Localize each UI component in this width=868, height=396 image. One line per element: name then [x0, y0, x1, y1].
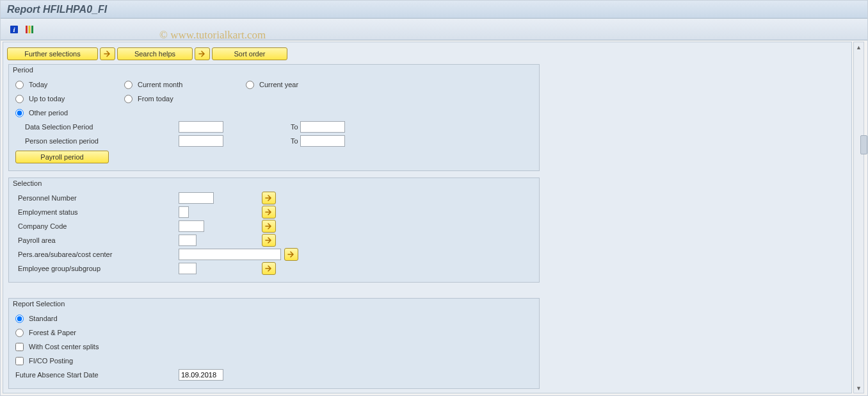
report-selection-group-label: Report Selection: [13, 300, 65, 308]
pers-area-multi-button[interactable]: [284, 248, 298, 261]
radio-up-to-today[interactable]: Up to today: [15, 95, 124, 103]
company-code-label: Company Code: [15, 222, 179, 230]
personnel-number-label: Personnel Number: [15, 194, 179, 202]
data-selection-period-label: Data Selection Period: [15, 123, 179, 131]
svg-rect-4: [31, 26, 33, 33]
checkbox-cc-splits[interactable]: With Cost center splits: [15, 343, 99, 351]
person-selection-period-to-input[interactable]: [300, 135, 345, 147]
arrow-right-icon: [264, 208, 273, 217]
sort-order-button[interactable]: Sort order: [212, 47, 287, 60]
pers-area-input[interactable]: [179, 249, 281, 260]
sort-order-label: Sort order: [234, 50, 266, 58]
payroll-period-label: Payroll period: [40, 153, 83, 161]
data-selection-period-to-input[interactable]: [300, 121, 345, 133]
employment-status-multi-button[interactable]: [262, 206, 276, 219]
arrow-right-icon: [198, 49, 207, 58]
scroll-grip[interactable]: [860, 135, 867, 154]
arrow-right-icon: [103, 49, 112, 58]
payroll-area-input[interactable]: [179, 235, 197, 246]
payroll-area-multi-button[interactable]: [262, 234, 276, 247]
search-helps-label: Search helps: [134, 50, 175, 58]
sort-order-arrow-button[interactable]: [195, 47, 210, 60]
future-absence-input[interactable]: [179, 369, 223, 381]
future-absence-label: Future Absence Start Date: [15, 371, 179, 379]
employee-group-label: Employee group/subgroup: [15, 265, 179, 272]
arrow-right-icon: [264, 222, 273, 231]
columns-icon[interactable]: [24, 24, 35, 35]
pers-area-label: Pers.area/subarea/cost center: [15, 251, 179, 258]
svg-rect-2: [26, 26, 28, 33]
selection-group-label: Selection: [13, 179, 42, 187]
period-group: Period Today Current month Current year …: [8, 64, 540, 171]
company-code-input[interactable]: [179, 220, 204, 232]
further-selections-label: Further selections: [24, 50, 80, 58]
radio-from-today[interactable]: From today: [124, 95, 246, 103]
action-button-row: Further selections Search helps Sort ord…: [3, 42, 851, 64]
radio-forest-paper[interactable]: Forest & Paper: [15, 329, 76, 337]
period-group-label: Period: [13, 66, 33, 74]
checkbox-fico-posting[interactable]: FI/CO Posting: [15, 357, 73, 365]
payroll-area-label: Payroll area: [15, 236, 179, 244]
info-icon[interactable]: i: [8, 24, 20, 35]
radio-other-period[interactable]: Other period: [15, 109, 124, 117]
report-selection-group: Report Selection Standard Forest & Paper…: [8, 298, 540, 389]
radio-standard[interactable]: Standard: [15, 315, 58, 323]
data-selection-period-from-input[interactable]: [179, 121, 223, 133]
scroll-down-button[interactable]: ▼: [854, 383, 864, 393]
payroll-period-button[interactable]: Payroll period: [15, 151, 109, 163]
personnel-number-input[interactable]: [179, 192, 214, 204]
arrow-right-icon: [264, 236, 273, 245]
employee-group-multi-button[interactable]: [262, 262, 276, 275]
employment-status-input[interactable]: [179, 206, 189, 218]
radio-current-year[interactable]: Current year: [246, 81, 355, 89]
to-label-2: To: [223, 137, 300, 145]
employee-group-input[interactable]: [179, 263, 197, 274]
arrow-right-icon: [264, 194, 273, 202]
to-label-1: To: [223, 123, 300, 131]
page-title: Report HFILHPA0_FI: [7, 4, 107, 15]
scroll-up-button[interactable]: ▲: [854, 42, 864, 52]
chevron-up-icon: ▲: [856, 44, 862, 51]
person-selection-period-label: Person selection period: [15, 137, 179, 145]
further-selections-button[interactable]: Further selections: [7, 47, 98, 60]
person-selection-period-from-input[interactable]: [179, 135, 223, 147]
svg-rect-3: [29, 26, 31, 33]
radio-current-month[interactable]: Current month: [124, 81, 246, 89]
title-bar: Report HFILHPA0_FI: [1, 1, 867, 19]
personnel-number-multi-button[interactable]: [262, 192, 276, 204]
content-area: Further selections Search helps Sort ord…: [3, 42, 852, 393]
company-code-multi-button[interactable]: [262, 220, 276, 233]
search-helps-arrow-button[interactable]: [100, 47, 115, 60]
employment-status-label: Employment status: [15, 208, 179, 216]
vertical-scrollbar[interactable]: ▲ ▼: [853, 42, 864, 393]
arrow-right-icon: [287, 250, 296, 259]
toolbar: i: [1, 19, 867, 40]
search-helps-button[interactable]: Search helps: [117, 47, 193, 60]
chevron-down-icon: ▼: [856, 385, 862, 392]
arrow-right-icon: [264, 264, 273, 273]
radio-today[interactable]: Today: [15, 81, 124, 89]
selection-group: Selection Personnel Number Employment st…: [8, 177, 540, 283]
